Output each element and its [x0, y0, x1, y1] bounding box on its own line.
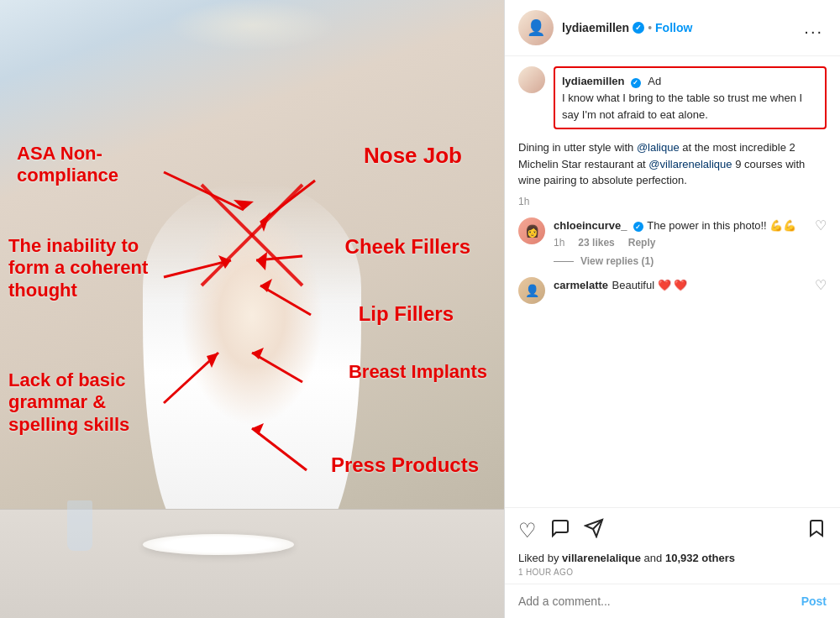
caption-rest: Dining in utter style with @lalique at t… [518, 139, 827, 189]
comment-body-carmelatte: carmelatte Beautiful ❤️ ❤️ [554, 277, 806, 294]
caption-text-highlighted: lydiaemillen ✓ Ad I know what I bring to… [554, 66, 827, 129]
ad-label: Ad [648, 75, 661, 87]
view-replies-text: View replies (1) [580, 255, 654, 267]
annotation-cheek: Cheek Fillers [345, 235, 470, 259]
post-timestamp: 1 HOUR AGO [518, 568, 827, 577]
header-username: lydiaemillen [562, 21, 629, 34]
username-row: lydiaemillen ✓ • Follow [562, 21, 801, 34]
comment-text-carmelatte: Beautiful ❤️ ❤️ [612, 279, 688, 291]
annotation-nose: Nose Job [364, 143, 462, 169]
comment-reply-chloe[interactable]: Reply [628, 237, 656, 249]
annotation-breast: Breast Implants [336, 361, 487, 383]
caption-verified-icon: ✓ [631, 78, 641, 88]
comment-verified-chloe: ✓ [633, 222, 643, 232]
annotation-press: Press Products [331, 453, 479, 478]
add-comment-input[interactable] [518, 594, 801, 608]
follow-button[interactable]: Follow [655, 21, 692, 34]
action-icons-row: ♡ [518, 515, 827, 547]
annotation-lack: Lack of basic grammar & spelling skills [8, 369, 172, 436]
comment-chloe: 👩 chloeincurve_ ✓ The power in this phot… [518, 217, 827, 249]
actions-bar: ♡ Liked by villarenelalique an [505, 507, 840, 584]
mention-lalique[interactable]: @lalique [637, 141, 680, 154]
annotation-asa: ASA Non-compliance [17, 143, 168, 187]
likes-and: and [644, 552, 665, 564]
view-replies-line [554, 261, 574, 262]
caption-username: lydiaemillen [562, 75, 624, 87]
view-replies[interactable]: View replies (1) [554, 255, 827, 267]
comment-heart-chloe[interactable]: ♡ [815, 217, 827, 233]
add-comment-bar: Post [505, 584, 840, 618]
post-content: lydiaemillen ✓ Ad I know what I bring to… [505, 56, 840, 507]
caption-avatar [518, 66, 545, 93]
comment-username-chloe: chloeincurve_ [554, 219, 627, 232]
comment-likes-chloe: 23 likes [578, 237, 614, 249]
mention-villa[interactable]: @villarenelalique [648, 158, 732, 170]
comment-avatar-carmelatte: 👤 [518, 277, 545, 304]
likes-count: 10,932 others [665, 552, 735, 564]
comment-username-carmelatte: carmelatte [554, 279, 608, 291]
verified-icon: ✓ [633, 22, 644, 34]
post-comment-button[interactable]: Post [801, 594, 827, 608]
more-options-button[interactable]: ... [801, 18, 827, 38]
caption-block: lydiaemillen ✓ Ad I know what I bring to… [518, 66, 827, 129]
comment-time-chloe: 1h [554, 237, 564, 249]
comment-button[interactable] [550, 515, 570, 547]
annotation-inability: The inability to form a coherent thought [8, 235, 172, 301]
comment-carmelatte: 👤 carmelatte Beautiful ❤️ ❤️ ♡ [518, 277, 827, 304]
comment-avatar-chloe: 👩 [518, 217, 545, 244]
instagram-panel: 👤 lydiaemillen ✓ • Follow ... lydiaemill… [504, 0, 840, 618]
comment-heart-carmelatte[interactable]: ♡ [815, 277, 827, 293]
liked-by-text: Liked by [518, 552, 562, 564]
photo-panel: ASA Non-compliance Nose Job The inabilit… [0, 0, 504, 618]
header-info: lydiaemillen ✓ • Follow [562, 21, 801, 34]
share-button[interactable] [584, 515, 604, 547]
liked-account: villarenelalique [562, 552, 641, 564]
comment-meta-chloe: 1h 23 likes Reply [554, 237, 806, 249]
dot-separator: • [648, 21, 652, 34]
annotation-lip: Lip Fillers [359, 302, 454, 327]
comment-body-chloe: chloeincurve_ ✓ The power in this photo!… [554, 217, 806, 249]
like-button[interactable]: ♡ [518, 516, 537, 546]
caption-highlighted-text: I know what I bring to the table so trus… [562, 90, 818, 123]
bookmark-button[interactable] [806, 515, 827, 547]
comment-text-chloe: The power in this photo!! 💪💪 [647, 219, 796, 232]
post-header: 👤 lydiaemillen ✓ • Follow ... [505, 0, 840, 56]
likes-row: Liked by villarenelalique and 10,932 oth… [518, 552, 827, 564]
caption-timestamp: 1h [518, 196, 827, 207]
header-avatar: 👤 [518, 10, 554, 45]
